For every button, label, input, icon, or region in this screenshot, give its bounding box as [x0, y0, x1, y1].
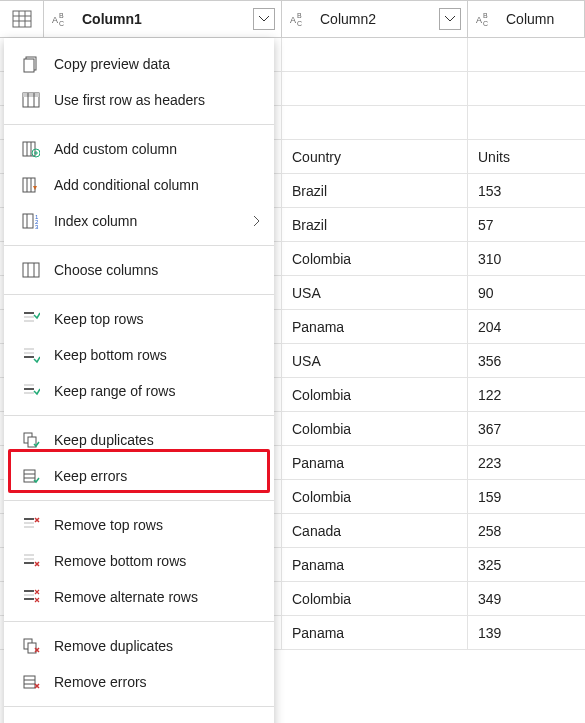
menu-separator	[4, 500, 274, 501]
conditional-column-icon	[18, 176, 44, 194]
cell-col2[interactable]: Canada	[282, 514, 468, 547]
menu-add-custom-column[interactable]: Add custom column	[4, 131, 274, 167]
cell-col2[interactable]	[282, 106, 468, 139]
cell-col2[interactable]: Panama	[282, 446, 468, 479]
filter-dropdown[interactable]	[253, 8, 275, 30]
cell-col2[interactable]: Panama	[282, 310, 468, 343]
cell-col3[interactable]: 310	[468, 242, 585, 275]
index-column-icon: 123	[18, 212, 44, 230]
cell-col2[interactable]: Panama	[282, 548, 468, 581]
svg-rect-20	[23, 142, 35, 156]
cell-col3[interactable]: 204	[468, 310, 585, 343]
cell-col2[interactable]	[282, 38, 468, 71]
highlight-remove-top-rows	[8, 449, 270, 493]
menu-choose-columns[interactable]: Choose columns	[4, 252, 274, 288]
menu-use-first-row-headers[interactable]: Use first row as headers	[4, 82, 274, 118]
column-header-label: Column2	[320, 11, 376, 27]
svg-rect-60	[24, 676, 35, 688]
cell-col2[interactable]: Brazil	[282, 174, 468, 207]
menu-remove-bottom-rows[interactable]: Remove bottom rows	[4, 543, 274, 579]
cell-col3[interactable]	[468, 72, 585, 105]
remove-alt-icon	[18, 588, 44, 606]
menu-add-conditional-column[interactable]: Add conditional column	[4, 167, 274, 203]
menu-remove-errors[interactable]: Remove errors	[4, 664, 274, 700]
svg-text:A: A	[476, 15, 482, 25]
cell-col2[interactable]: USA	[282, 276, 468, 309]
cell-col3[interactable]: 57	[468, 208, 585, 241]
menu-remove-alternate-rows[interactable]: Remove alternate rows	[4, 579, 274, 615]
svg-rect-24	[23, 178, 35, 192]
column-header-3[interactable]: ABC Column	[468, 1, 585, 37]
filter-dropdown[interactable]	[439, 8, 461, 30]
menu-copy-preview-data[interactable]: Copy preview data	[4, 46, 274, 82]
column-header-1[interactable]: ABC Column1	[44, 1, 282, 37]
column-header-label: Column	[506, 11, 554, 27]
menu-separator	[4, 706, 274, 707]
menu-label: Add conditional column	[54, 177, 199, 193]
menu-index-column[interactable]: 123 Index column	[4, 203, 274, 239]
cell-col3[interactable]: 139	[468, 616, 585, 649]
cell-col3[interactable]: Units	[468, 140, 585, 173]
cell-col2[interactable]: USA	[282, 344, 468, 377]
menu-remove-top-rows[interactable]: Remove top rows	[4, 507, 274, 543]
table-menu-button[interactable]	[0, 1, 44, 37]
menu-label: Remove bottom rows	[54, 553, 186, 569]
keep-top-icon	[18, 310, 44, 328]
menu-keep-range-rows[interactable]: Keep range of rows	[4, 373, 274, 409]
menu-separator	[4, 621, 274, 622]
cell-col3[interactable]: 159	[468, 480, 585, 513]
menu-merge-queries[interactable]: Merge queries	[4, 713, 274, 723]
remove-errors-icon	[18, 673, 44, 691]
column-header-2[interactable]: ABC Column2	[282, 1, 468, 37]
svg-text:A: A	[52, 15, 58, 25]
menu-label: Keep range of rows	[54, 383, 175, 399]
menu-remove-duplicates[interactable]: Remove duplicates	[4, 628, 274, 664]
menu-separator	[4, 294, 274, 295]
cell-col3[interactable]: 325	[468, 548, 585, 581]
cell-col2[interactable]: Country	[282, 140, 468, 173]
cell-col3[interactable]	[468, 106, 585, 139]
cell-col2[interactable]: Colombia	[282, 242, 468, 275]
menu-label: Keep duplicates	[54, 432, 154, 448]
cell-col3[interactable]: 356	[468, 344, 585, 377]
cell-col2[interactable]: Colombia	[282, 480, 468, 513]
cell-col2[interactable]: Brazil	[282, 208, 468, 241]
keep-range-icon	[18, 382, 44, 400]
table-context-menu: Copy preview data Use first row as heade…	[4, 38, 274, 723]
svg-text:C: C	[297, 20, 302, 27]
cell-col3[interactable]	[468, 38, 585, 71]
cell-col3[interactable]: 367	[468, 412, 585, 445]
headers-icon	[18, 91, 44, 109]
svg-text:B: B	[297, 12, 302, 19]
cell-col3[interactable]: 153	[468, 174, 585, 207]
column-header-row: ABC Column1 ABC Column2 ABC Column	[0, 0, 585, 38]
chevron-down-icon	[445, 16, 455, 22]
remove-top-icon	[18, 516, 44, 534]
cell-col2[interactable]: Colombia	[282, 582, 468, 615]
cell-col2[interactable]: Panama	[282, 616, 468, 649]
menu-label: Keep bottom rows	[54, 347, 167, 363]
menu-keep-bottom-rows[interactable]: Keep bottom rows	[4, 337, 274, 373]
cell-col3[interactable]: 122	[468, 378, 585, 411]
menu-label: Keep top rows	[54, 311, 144, 327]
remove-bottom-icon	[18, 552, 44, 570]
cell-col2[interactable]: Colombia	[282, 378, 468, 411]
cell-col3[interactable]: 349	[468, 582, 585, 615]
choose-columns-icon	[18, 261, 44, 279]
cell-col2[interactable]	[282, 72, 468, 105]
svg-rect-0	[13, 11, 31, 27]
cell-col3[interactable]: 90	[468, 276, 585, 309]
chevron-right-icon	[252, 215, 260, 227]
keep-bottom-icon	[18, 346, 44, 364]
svg-text:3: 3	[35, 224, 39, 230]
table-icon	[12, 10, 32, 28]
remove-duplicates-icon	[18, 637, 44, 655]
chevron-down-icon	[259, 16, 269, 22]
cell-col2[interactable]: Colombia	[282, 412, 468, 445]
svg-text:C: C	[59, 20, 64, 27]
svg-text:B: B	[483, 12, 488, 19]
cell-col3[interactable]: 223	[468, 446, 585, 479]
column-header-label: Column1	[82, 11, 142, 27]
menu-keep-top-rows[interactable]: Keep top rows	[4, 301, 274, 337]
cell-col3[interactable]: 258	[468, 514, 585, 547]
